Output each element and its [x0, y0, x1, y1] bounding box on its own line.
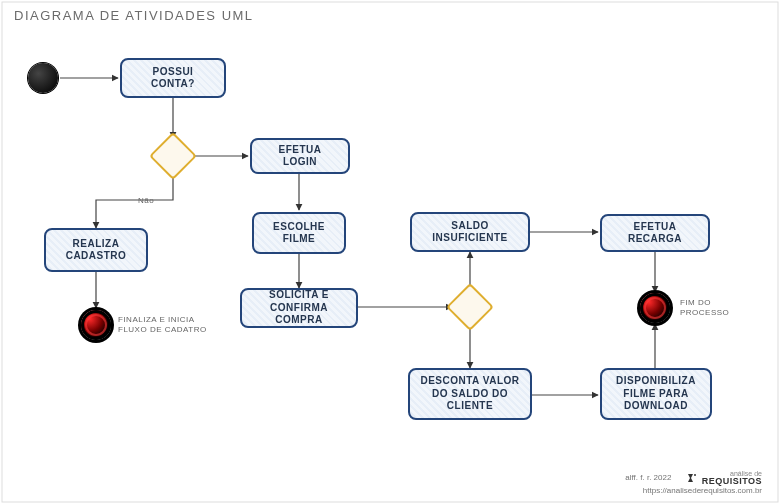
node-label: ESCOLHE FILME	[262, 221, 336, 246]
svg-point-14	[694, 474, 696, 476]
footer-credit: alff. f. r. 2022	[625, 473, 671, 482]
footer-url: https://analisederequisitos.com.br	[643, 486, 762, 495]
end-node-processo	[640, 293, 670, 323]
node-realiza-cadastro: REALIZA CADASTRO	[44, 228, 148, 272]
node-disponibiliza: DISPONIBILIZA FILME PARA DOWNLOAD	[600, 368, 712, 420]
node-label: EFETUA LOGIN	[260, 144, 340, 169]
logo-icon	[686, 472, 698, 484]
node-label: POSSUI CONTA?	[130, 66, 216, 91]
node-escolhe-filme: ESCOLHE FILME	[252, 212, 346, 254]
edge-label-nao: Não	[138, 196, 154, 205]
node-efetua-recarga: EFETUA RECARGA	[600, 214, 710, 252]
start-node	[28, 63, 58, 93]
node-label: SALDO INSUFICIENTE	[420, 220, 520, 245]
node-desconta-valor: DESCONTA VALOR DO SALDO DO CLIENTE	[408, 368, 532, 420]
node-label: EFETUA RECARGA	[610, 221, 700, 246]
decision-2	[446, 283, 494, 331]
end-label-cadastro: FINALIZA E INICIA FLUXO DE CADATRO	[118, 315, 208, 334]
node-efetua-login: EFETUA LOGIN	[250, 138, 350, 174]
decision-1	[149, 132, 197, 180]
footer: alff. f. r. 2022 análise de REQUISITOS h…	[625, 470, 762, 496]
node-saldo-insuficiente: SALDO INSUFICIENTE	[410, 212, 530, 252]
node-solicita-confirma: SOLICITA E CONFIRMA COMPRA	[240, 288, 358, 328]
node-label: REALIZA CADASTRO	[54, 238, 138, 263]
node-label: DESCONTA VALOR DO SALDO DO CLIENTE	[418, 375, 522, 413]
node-label: DISPONIBILIZA FILME PARA DOWNLOAD	[610, 375, 702, 413]
diagram-canvas: DIAGRAMA DE ATIVIDADES UML	[0, 0, 780, 504]
brand-main: REQUISITOS	[702, 477, 762, 486]
node-label: SOLICITA E CONFIRMA COMPRA	[250, 289, 348, 327]
footer-brand: análise de REQUISITOS	[686, 470, 762, 486]
diagram-title: DIAGRAMA DE ATIVIDADES UML	[14, 8, 254, 23]
end-node-cadastro	[81, 310, 111, 340]
node-possui-conta: POSSUI CONTA?	[120, 58, 226, 98]
end-label-processo: FIM DO PROCESSO	[680, 298, 750, 317]
